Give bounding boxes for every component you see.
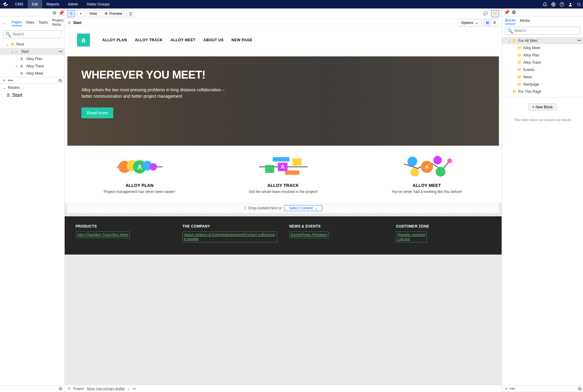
tree-label: Alloy Meet xyxy=(26,71,43,76)
gear-icon[interactable]: ⚙ xyxy=(52,10,57,15)
footer-link[interactable]: Log out xyxy=(397,237,410,241)
card-alloy-plan[interactable]: A ALLOY PLAN Project management has neve… xyxy=(71,154,208,194)
tree-root[interactable]: ⌄ 📁 Root xyxy=(0,41,64,48)
tree-item[interactable]: ›🗎 Alloy Track xyxy=(0,63,64,70)
tree-item[interactable]: 📁Alloy Plan xyxy=(502,52,583,59)
user-icon[interactable] xyxy=(566,0,574,8)
tree-item[interactable]: 📁Events xyxy=(502,66,583,73)
view-button[interactable]: View xyxy=(87,10,100,17)
footer-link[interactable]: News & Events xyxy=(198,233,223,237)
expand-icon[interactable]: ⌄ xyxy=(508,39,512,43)
footer-link[interactable]: Alloy Plan xyxy=(77,233,93,237)
tree-label: Startpage xyxy=(523,82,539,86)
tab-tasks[interactable]: Tasks xyxy=(39,20,48,26)
nav-admin[interactable]: Admin xyxy=(63,0,82,8)
tree-item[interactable]: 🗎 Alloy Meet xyxy=(0,70,64,77)
more-icon[interactable]: ••• xyxy=(577,39,581,43)
preview-button[interactable]: 👁Preview xyxy=(102,10,125,17)
search-icon[interactable] xyxy=(574,0,583,8)
hero-block[interactable]: WHEREVER YOU MEET! Alloy solves the two … xyxy=(67,56,499,146)
options-button[interactable]: Options ⌄ xyxy=(458,19,482,26)
tab-sites[interactable]: Sites xyxy=(26,20,34,26)
footer-links-box[interactable]: Alloy PlanAlloy TrackAlloy Meet xyxy=(76,231,130,238)
add-icon[interactable]: + xyxy=(503,386,509,391)
tree-view-button[interactable]: ☰ xyxy=(67,10,75,17)
globe-icon[interactable] xyxy=(549,0,557,8)
tab-project-items[interactable]: Project Items xyxy=(52,18,63,28)
footer-links-box[interactable]: EventsPress Releases xyxy=(289,231,329,238)
site-nav-item[interactable]: ALLOY PLAN xyxy=(102,38,127,42)
blocks-search-input[interactable] xyxy=(514,29,578,33)
blocks-search[interactable]: 🔍 xyxy=(505,27,580,35)
footer-link[interactable]: Press Releases xyxy=(302,233,327,237)
site-nav-item[interactable]: ALLOY MEET xyxy=(171,38,196,42)
footer-link[interactable]: Alloy Meet xyxy=(111,233,128,237)
pin-icon[interactable]: 📌 xyxy=(58,10,63,15)
more-icon[interactable]: ••• xyxy=(509,386,515,391)
compare-button[interactable]: ◫ xyxy=(127,10,135,17)
gear-icon[interactable]: ⚙ xyxy=(578,386,582,392)
page-tree: ⌄ 📁 Root ⌄ ⌂ Start ••• 🗎 Alloy Plan ›🗎 A… xyxy=(0,41,64,77)
more-icon[interactable]: ••• xyxy=(7,78,13,83)
nav-cms[interactable]: CMS xyxy=(11,0,28,8)
footer-links-box[interactable]: About usNews & EventsManagementContact u… xyxy=(182,231,277,242)
add-button[interactable]: + xyxy=(77,10,85,17)
more-icon[interactable]: ••• xyxy=(132,387,136,390)
pages-search[interactable]: 🔍 xyxy=(3,30,61,38)
assets-toggle-icon[interactable]: 📁 xyxy=(491,10,499,17)
tree-item[interactable]: 📁Alloy Track xyxy=(502,59,583,66)
footer-link[interactable]: Reseller extranet xyxy=(397,233,425,237)
tree-start[interactable]: ⌄ ⌂ Start ••• xyxy=(0,48,64,55)
select-content-button[interactable]: Select Content ⌄ xyxy=(284,205,322,211)
tree-item[interactable]: 📁Alloy Meet xyxy=(502,44,583,52)
tab-blocks[interactable]: Blocks xyxy=(505,18,516,24)
tab-media[interactable]: Media xyxy=(520,19,530,24)
site-nav-item[interactable]: ABOUT US xyxy=(203,38,224,42)
gear-icon[interactable]: ⚙ xyxy=(57,78,63,83)
nav-visitor-groups[interactable]: Visitor Groups xyxy=(82,0,114,8)
footer-links-box[interactable]: Reseller extranet Log out xyxy=(396,231,427,242)
chevron-down-icon[interactable]: ⌄ xyxy=(127,387,130,390)
footer-link[interactable]: About us xyxy=(184,233,198,237)
tree-item[interactable]: 🗎 Alloy Plan xyxy=(0,55,64,63)
pin-icon[interactable]: 📌 xyxy=(504,9,510,15)
recent-header[interactable]: ⌄ Recent xyxy=(0,84,64,92)
site-logo-icon[interactable]: a xyxy=(77,33,90,47)
more-icon[interactable]: ••• xyxy=(59,49,63,54)
tree-item[interactable]: 📁Startpage xyxy=(502,81,583,88)
pages-search-input[interactable] xyxy=(12,32,59,36)
gear-icon[interactable]: ⚙ xyxy=(512,9,516,15)
footer-link[interactable]: Events xyxy=(291,233,302,237)
comment-icon[interactable]: 💬 xyxy=(482,10,489,17)
footer-link[interactable]: Management xyxy=(223,233,244,237)
add-icon[interactable]: + xyxy=(1,78,7,83)
chevron-down-icon[interactable]: ⌄ xyxy=(3,21,6,25)
card-alloy-track[interactable]: A ALLOY TRACK Get the whole team involve… xyxy=(214,154,352,194)
project-value[interactable]: None (use primary drafts) xyxy=(87,387,125,390)
site-nav-item[interactable]: ALLOY TRACK xyxy=(135,38,162,42)
footer-link[interactable]: Alloy Track xyxy=(93,233,111,237)
list-view-button[interactable]: ☰ xyxy=(491,19,498,26)
nav-reports[interactable]: Reports xyxy=(42,0,63,8)
notifications-icon[interactable] xyxy=(540,0,549,8)
content-drop-zone[interactable]: ⤴ Drop content here or Select Content ⌄ xyxy=(67,203,499,213)
help-icon[interactable] xyxy=(557,0,566,8)
hero-cta-button[interactable]: Read more xyxy=(81,107,113,118)
site-nav-item[interactable]: NEW PAGE xyxy=(232,38,252,42)
tab-pages[interactable]: Pages xyxy=(12,20,22,26)
gear-icon[interactable]: ⚙ xyxy=(58,386,63,392)
expand-icon[interactable]: › xyxy=(16,64,20,68)
tree-item[interactable]: 📁News xyxy=(502,73,583,81)
expand-icon[interactable]: ⌄ xyxy=(6,42,10,46)
new-block-button[interactable]: + New Block xyxy=(528,103,557,111)
tree-for-all-sites[interactable]: ⌄ 📁 For All Sites ••• xyxy=(502,37,583,44)
card-alloy-meet[interactable]: A ALLOY MEET You've never had a meeting … xyxy=(358,154,496,194)
footer-link[interactable]: Contact us xyxy=(244,233,262,237)
expand-icon[interactable]: ⌄ xyxy=(11,49,15,54)
recent-item[interactable]: 🗎 Start xyxy=(0,92,64,99)
tree-for-this-page[interactable]: 📁For This Page xyxy=(502,88,583,95)
card-desc: Get the whole team involved in the proje… xyxy=(214,190,352,194)
grid-view-button[interactable]: ▦ xyxy=(484,19,491,26)
app-logo-icon[interactable] xyxy=(0,0,11,8)
nav-edit[interactable]: Edit xyxy=(28,0,43,8)
